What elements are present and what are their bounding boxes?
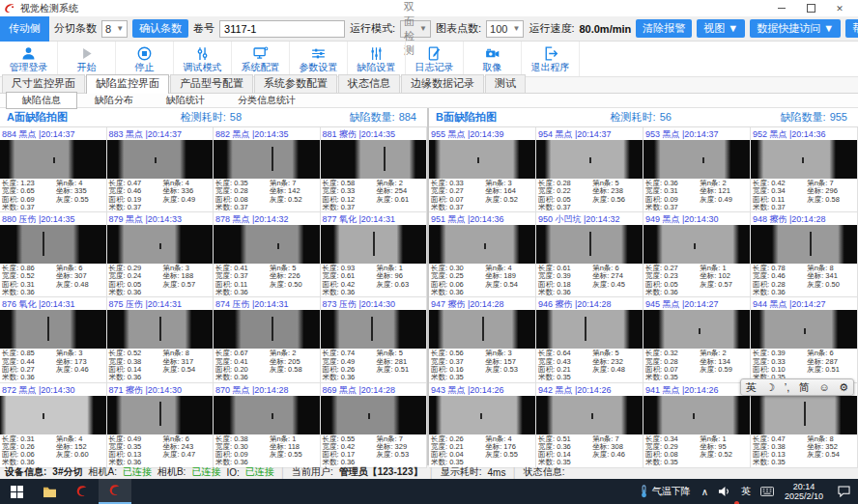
defect-cell-873[interactable]: 873 压伤 |20:14:30长度: 0.74宽度: 0.49面积: 0.26… (321, 297, 428, 382)
defect-cell-942[interactable]: 942 黑点 |20:14:26长度: 0.51宽度: 0.36面积: 0.14… (536, 383, 644, 468)
defect-image[interactable] (214, 396, 320, 434)
defect-cell-953[interactable]: 953 黑点 |20:14:37长度: 0.36宽度: 0.31面积: 0.09… (644, 127, 751, 212)
action-center-button[interactable] (829, 479, 858, 504)
mode-select[interactable]: 双面检测 ▼ (400, 20, 431, 38)
tab-main-2[interactable]: 产品型号配置 (170, 74, 253, 93)
defect-cell-871[interactable]: 871 擦伤 |20:14:30长度: 0.49宽度: 0.35面积: 0.13… (107, 383, 214, 468)
clock[interactable]: 20:14 2025/2/10 (779, 482, 829, 501)
tab-sub-2[interactable]: 缺陷统计 (151, 93, 220, 108)
defect-cell-941[interactable]: 941 黑点 |20:14:26长度: 0.34宽度: 0.29面积: 0.08… (644, 383, 751, 468)
roll-number-input[interactable] (219, 20, 345, 38)
defect-image[interactable] (644, 140, 750, 179)
defect-image[interactable] (429, 140, 535, 179)
tab-main-3[interactable]: 系统参数配置 (254, 74, 337, 93)
defect-cell-874[interactable]: 874 压伤 |20:14:31长度: 0.67宽度: 0.41面积: 0.20… (214, 297, 321, 382)
defect-image[interactable] (0, 310, 106, 349)
ime-halfwidth-moon-icon[interactable]: ☽ (765, 381, 775, 394)
ime-lang-toggle[interactable]: 英 (746, 380, 757, 395)
weather-widget[interactable]: 气温下降 (634, 485, 697, 498)
clear-alarm-button[interactable]: 清除报警 (636, 19, 692, 38)
defect-cell-870[interactable]: 870 黑点 |20:14:28长度: 0.38宽度: 0.30面积: 0.09… (214, 383, 321, 468)
defect-cell-872[interactable]: 872 黑点 |20:14:30长度: 0.31宽度: 0.26面积: 0.06… (0, 383, 107, 468)
defect-cell-949[interactable]: 949 黑点 |20:14:30长度: 0.27宽度: 0.23面积: 0.05… (644, 212, 751, 297)
defect-image[interactable] (644, 310, 750, 349)
debug-mode-button[interactable]: 调试模式 (174, 42, 232, 76)
tab-main-5[interactable]: 边缘数据记录 (401, 74, 484, 93)
maximize-button[interactable] (796, 1, 825, 15)
view-menu-button[interactable]: 视图 ▼ (697, 19, 745, 38)
admin-login-button[interactable]: 管理登录 (0, 42, 58, 76)
inspection-app-button-active[interactable] (99, 479, 131, 504)
defect-image[interactable] (536, 310, 643, 349)
defect-cell-876[interactable]: 876 氧化 |20:14:31长度: 0.85宽度: 0.44面积: 0.27… (0, 297, 107, 382)
tab-sub-1[interactable]: 缺陷分布 (79, 93, 149, 108)
ime-simplified-toggle[interactable]: 简 (799, 380, 810, 395)
ime-emoji-icon[interactable]: ☺ (818, 381, 829, 393)
defect-image[interactable] (321, 140, 427, 179)
tab-main-0[interactable]: 尺寸监控界面 (2, 74, 85, 93)
defect-image[interactable] (214, 310, 320, 349)
defect-image[interactable] (751, 225, 857, 264)
defect-settings-button[interactable]: 缺陷设置 (348, 42, 406, 76)
defect-image[interactable] (0, 225, 106, 264)
defect-cell-948[interactable]: 948 擦伤 |20:14:28长度: 0.78宽度: 0.46面积: 0.28… (751, 212, 858, 297)
points-select[interactable]: 100 ▼ (486, 20, 524, 38)
tab-main-6[interactable]: 测试 (485, 74, 526, 93)
defect-image[interactable] (107, 225, 214, 264)
defect-cell-869[interactable]: 869 黑点 |20:14:28长度: 0.55宽度: 0.42面积: 0.17… (321, 383, 428, 468)
defect-cell-955[interactable]: 955 黑点 |20:14:39长度: 0.33宽度: 0.27面积: 0.07… (429, 127, 536, 212)
defect-cell-945[interactable]: 945 黑点 |20:14:27长度: 0.32宽度: 0.28面积: 0.07… (644, 297, 751, 382)
help-menu-button[interactable]: 帮助 ▼ (845, 19, 858, 38)
ime-indicator[interactable]: 英 (736, 485, 756, 498)
defect-cell-950[interactable]: 950 小凹坑 |20:14:32长度: 0.61宽度: 0.39面积: 0.1… (536, 212, 644, 297)
defect-cell-952[interactable]: 952 黑点 |20:14:36长度: 0.42宽度: 0.34面积: 0.11… (751, 127, 858, 212)
defect-cell-879[interactable]: 879 黑点 |20:14:33长度: 0.29宽度: 0.24面积: 0.05… (107, 212, 214, 297)
stop-button[interactable]: 停止 (116, 42, 174, 76)
start-button[interactable]: 开始 (58, 42, 116, 76)
file-explorer-button[interactable] (33, 479, 66, 504)
tab-main-4[interactable]: 状态信息 (338, 74, 400, 93)
inspection-app-button[interactable] (66, 479, 99, 504)
exit-program-button[interactable]: 退出程序 (522, 42, 580, 76)
defect-image[interactable] (214, 225, 320, 264)
defect-image[interactable] (321, 310, 427, 349)
defect-cell-954[interactable]: 954 黑点 |20:14:37长度: 0.28宽度: 0.22面积: 0.05… (536, 127, 644, 212)
defect-image[interactable] (321, 225, 427, 264)
defect-cell-881[interactable]: 881 擦伤 |20:14:35长度: 0.58宽度: 0.33面积: 0.12… (321, 127, 428, 212)
tab-main-1[interactable]: 缺陷监控界面 (86, 74, 169, 94)
defect-image[interactable] (644, 225, 750, 264)
quick-access-menu-button[interactable]: 数据快捷访问 ▼ (750, 19, 841, 38)
defect-image[interactable] (0, 140, 106, 179)
defect-cell-951[interactable]: 951 黑点 |20:14:36长度: 0.30宽度: 0.25面积: 0.06… (429, 212, 536, 297)
strips-select[interactable]: 8 ▼ (101, 20, 128, 38)
minimize-button[interactable] (767, 1, 796, 15)
close-button[interactable] (825, 1, 854, 15)
volume-button[interactable] (713, 479, 736, 504)
capture-image-button[interactable]: 取像 (464, 42, 522, 76)
drive-side-button[interactable]: 传动侧 (0, 16, 49, 42)
ime-settings-gear-icon[interactable]: ⚙ (839, 381, 848, 394)
defect-cell-943[interactable]: 943 黑点 |20:14:26长度: 0.26宽度: 0.21面积: 0.04… (429, 383, 536, 468)
defect-image[interactable] (107, 396, 214, 434)
defect-image[interactable] (0, 396, 106, 434)
defect-cell-883[interactable]: 883 黑点 |20:14:37长度: 0.47宽度: 0.46面积: 0.19… (107, 127, 214, 212)
touch-keyboard-button[interactable] (756, 479, 779, 504)
defect-image[interactable] (536, 396, 643, 434)
defect-image[interactable] (751, 140, 857, 179)
defect-cell-877[interactable]: 877 氧化 |20:14:31长度: 0.93宽度: 0.61面积: 0.42… (321, 212, 428, 297)
defect-image[interactable] (321, 396, 427, 434)
defect-cell-880[interactable]: 880 压伤 |20:14:35长度: 0.86宽度: 0.52面积: 0.31… (0, 212, 107, 297)
defect-cell-882[interactable]: 882 黑点 |20:14:35长度: 0.35宽度: 0.28面积: 0.08… (214, 127, 321, 212)
defect-image[interactable] (751, 396, 857, 434)
defect-image[interactable] (107, 310, 214, 349)
defect-image[interactable] (107, 140, 214, 179)
defect-image[interactable] (429, 310, 535, 349)
defect-image[interactable] (214, 140, 320, 179)
system-config-button[interactable]: 系统配置 (232, 42, 290, 76)
defect-image[interactable] (429, 396, 535, 434)
parameter-settings-button[interactable]: 参数设置 (290, 42, 348, 76)
tab-sub-3[interactable]: 分类信息统计 (222, 93, 311, 108)
defect-image[interactable] (536, 225, 643, 264)
defect-cell-946[interactable]: 946 擦伤 |20:14:28长度: 0.64宽度: 0.43面积: 0.21… (536, 297, 644, 382)
ime-punctuation-toggle[interactable]: ’, (785, 381, 790, 393)
